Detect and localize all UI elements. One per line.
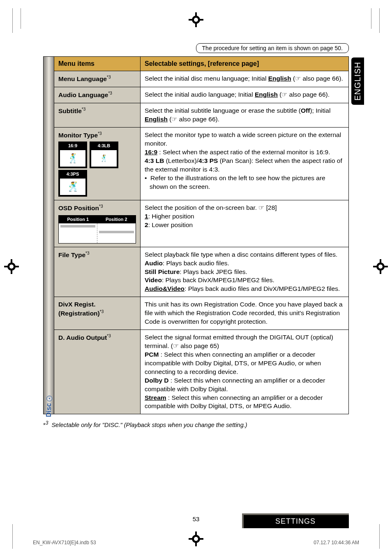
footer-filename: EN_KW-AVX710[E]4.indb 53 <box>33 540 96 545</box>
header-menu-items: Menu items <box>54 57 141 71</box>
divx-regist-desc: This unit has its own Registration Code.… <box>141 297 349 330</box>
audio-language-label: Audio Language <box>58 91 108 98</box>
monitor-type-desc: Select the monitor type to watch a wide … <box>141 128 349 200</box>
footer-timestamp: 07.12.7 10:44:36 AM <box>314 540 359 545</box>
file-type-desc: Select playback file type when a disc co… <box>141 247 349 297</box>
table-row: OSD Position*3 Position 1 Position 2 Sel… <box>44 200 349 247</box>
registration-mark-icon <box>373 259 388 276</box>
table-row: DivX Regist. (Registration)*3 This unit … <box>44 297 349 330</box>
settings-section-label: SETTINGS <box>242 513 349 528</box>
settings-table: Disc Menu items Selectable settings, [re… <box>43 56 349 414</box>
disc-category-tab: Disc <box>44 57 54 414</box>
monitor-type-label: Monitor Type <box>58 132 98 139</box>
footnote: *3 Selectable only for "DISC." (Playback… <box>43 420 349 428</box>
audio-language-desc: Select the initial audio language; Initi… <box>141 87 349 103</box>
osd-position-desc: Select the position of the on-screen bar… <box>141 200 349 247</box>
registration-mark-icon <box>4 259 19 276</box>
table-row: Subtitle*3 Select the initial subtitle l… <box>44 103 349 128</box>
registration-mark-icon <box>189 531 203 548</box>
language-tab: ENGLISH <box>351 58 364 105</box>
header-selectable-settings: Selectable settings, [reference page] <box>141 57 349 71</box>
table-row: Audio Language*3 Select the initial audi… <box>44 87 349 103</box>
registration-mark-icon <box>189 12 203 29</box>
monitor-169-icon: 16:9 🕺 <box>58 142 87 168</box>
table-row: Monitor Type*3 16:9 🕺 4:3LB 🕺 4:3PS 🕺 <box>44 128 349 200</box>
table-row: File Type*3 Select playback file type wh… <box>44 247 349 297</box>
svg-point-11 <box>378 265 383 269</box>
svg-point-3 <box>194 18 198 22</box>
menu-language-desc: Select the initial disc menu language; I… <box>141 71 349 87</box>
procedure-note: The procedure for setting an item is sho… <box>196 43 349 53</box>
d-audio-output-desc: Select the signal format emitted through… <box>141 330 349 414</box>
subtitle-desc: Select the initial subtitle language or … <box>141 103 349 128</box>
table-row: Menu Language*3 Select the initial disc … <box>44 71 349 87</box>
osd-position-diagram: Position 1 Position 2 <box>58 215 136 244</box>
disc-icon <box>46 396 52 402</box>
menu-language-label: Menu Language <box>58 75 107 82</box>
d-audio-output-label: D. Audio Output <box>58 334 107 341</box>
divx-regist-label: DivX Regist. (Registration) <box>58 301 100 317</box>
svg-point-7 <box>9 265 14 269</box>
page-number: 53 <box>193 515 200 522</box>
monitor-43ps-icon: 4:3PS 🕺 <box>58 170 87 197</box>
monitor-43lb-icon: 4:3LB 🕺 <box>90 142 118 168</box>
osd-position-label: OSD Position <box>58 204 99 211</box>
file-type-label: File Type <box>58 251 85 258</box>
table-row: D. Audio Output*3 Select the signal form… <box>44 330 349 414</box>
subtitle-label: Subtitle <box>58 107 82 114</box>
svg-point-15 <box>194 537 198 541</box>
